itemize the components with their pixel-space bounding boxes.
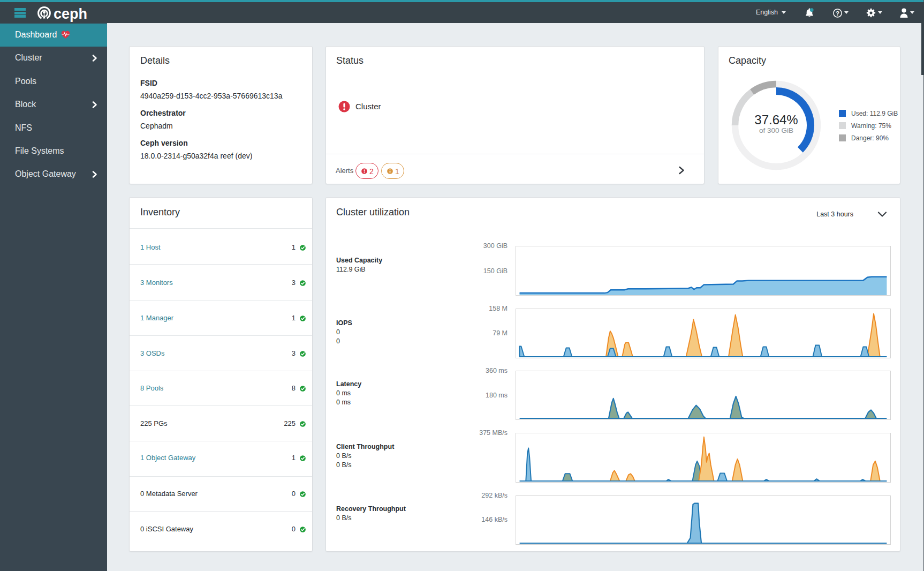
svg-text:?: ? <box>836 10 839 16</box>
